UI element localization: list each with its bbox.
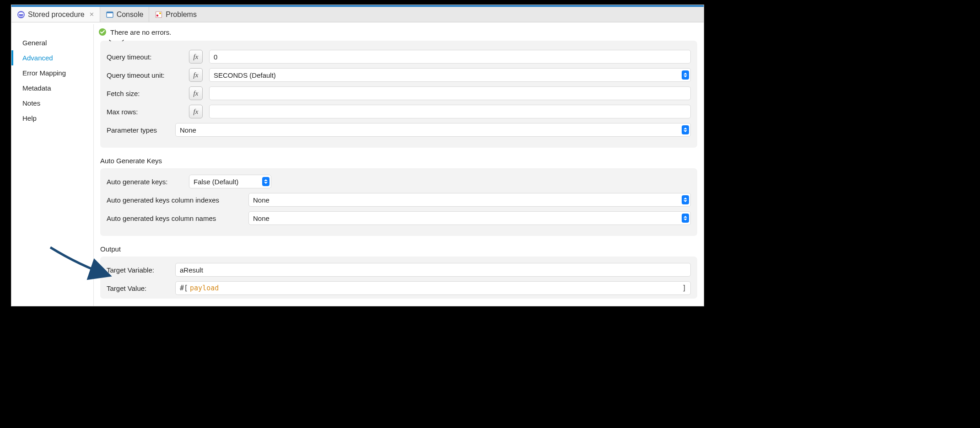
sidebar-item-advanced[interactable]: Advanced <box>11 50 93 65</box>
sidebar-item-general[interactable]: General <box>11 35 93 50</box>
fx-button[interactable]: fx <box>189 86 203 100</box>
content-area: There are no errors. Query Query timeout… <box>94 24 704 306</box>
fetch-size-label: Fetch size: <box>107 90 189 97</box>
query-timeout-input[interactable] <box>209 50 691 64</box>
tab-label: Console <box>117 11 144 19</box>
problems-icon <box>155 11 163 19</box>
stored-procedure-icon <box>17 11 25 19</box>
chevron-updown-icon <box>262 177 269 186</box>
svg-rect-4 <box>156 11 162 17</box>
fetch-size-input[interactable] <box>209 86 691 100</box>
tab-bar: Stored procedure ✕ Console Problems <box>11 5 704 22</box>
status-row: There are no errors. <box>94 24 704 41</box>
query-timeout-label: Query timeout: <box>107 53 189 61</box>
auto-generate-keys-section: Auto generate keys: False (Default) Auto… <box>100 168 697 236</box>
svg-point-6 <box>159 12 161 14</box>
target-variable-input[interactable] <box>175 263 691 277</box>
svg-rect-3 <box>107 12 113 13</box>
target-value-label: Target Value: <box>107 284 175 292</box>
sidebar: General Advanced Error Mapping Metadata … <box>11 24 94 306</box>
max-rows-input[interactable] <box>209 105 691 118</box>
chevron-updown-icon <box>682 125 689 134</box>
agk-column-names-label: Auto generated keys column names <box>107 214 248 222</box>
expr-token-payload: payload <box>190 284 219 292</box>
chevron-updown-icon <box>682 70 689 80</box>
expr-open-bracket: #[ <box>180 284 188 292</box>
auto-generate-keys-section-label: Auto Generate Keys <box>100 157 697 165</box>
tab-stored-procedure[interactable]: Stored procedure ✕ <box>11 7 100 22</box>
tab-label: Problems <box>166 11 197 19</box>
agk-column-names-select[interactable]: None <box>248 211 691 225</box>
status-text: There are no errors. <box>110 28 171 36</box>
svg-point-1 <box>19 12 23 14</box>
fx-button[interactable]: fx <box>189 105 203 118</box>
fx-button[interactable]: fx <box>189 68 203 82</box>
tab-console[interactable]: Console <box>100 7 150 22</box>
parameter-types-select[interactable]: None <box>175 123 691 137</box>
sidebar-item-error-mapping[interactable]: Error Mapping <box>11 65 93 80</box>
svg-point-5 <box>156 14 158 16</box>
query-timeout-unit-label: Query timeout unit: <box>107 71 189 79</box>
sidebar-item-notes[interactable]: Notes <box>11 96 93 111</box>
tab-label: Stored procedure <box>28 11 85 19</box>
query-timeout-unit-select[interactable]: SECONDS (Default) <box>209 68 691 82</box>
expr-close-bracket: ] <box>682 284 686 292</box>
agk-column-indexes-label: Auto generated keys column indexes <box>107 196 248 204</box>
chevron-updown-icon <box>682 214 689 223</box>
query-section: Query Query timeout: fx Query timeout un… <box>100 41 697 148</box>
fx-button[interactable]: fx <box>189 50 203 64</box>
ok-check-icon <box>98 28 107 36</box>
target-variable-label: Target Variable: <box>107 266 175 274</box>
max-rows-label: Max rows: <box>107 108 189 116</box>
close-icon[interactable]: ✕ <box>87 11 94 18</box>
parameter-types-label: Parameter types <box>107 126 175 134</box>
sidebar-item-metadata[interactable]: Metadata <box>11 80 93 96</box>
output-section-label: Output <box>100 245 697 253</box>
tab-problems[interactable]: Problems <box>149 7 202 22</box>
chevron-updown-icon <box>682 195 689 204</box>
agk-column-indexes-select[interactable]: None <box>248 193 691 207</box>
auto-generate-keys-select[interactable]: False (Default) <box>189 175 271 188</box>
output-section: Target Variable: Target Value: #[ payloa… <box>100 257 697 299</box>
auto-generate-keys-label: Auto generate keys: <box>107 178 189 186</box>
console-icon <box>106 11 114 19</box>
sidebar-item-help[interactable]: Help <box>11 111 93 126</box>
target-value-input[interactable]: #[ payload ] <box>175 281 691 295</box>
